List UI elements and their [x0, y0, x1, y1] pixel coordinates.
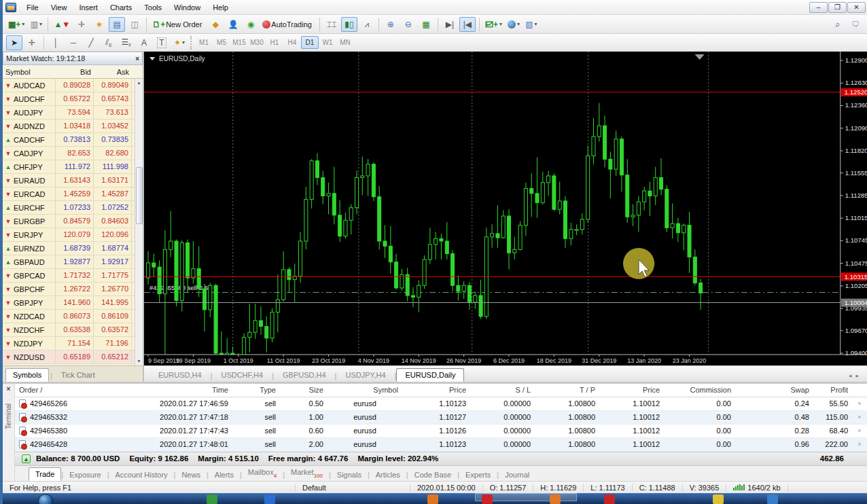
- timeframe-h4[interactable]: H4: [283, 36, 301, 49]
- arrows-tool[interactable]: ✦▾: [171, 35, 188, 50]
- market-watch-row[interactable]: ▲GBPAUD1.928771.92917: [3, 255, 143, 269]
- chart-tab-usdjpy-h4[interactable]: USDJPY,H4: [336, 368, 394, 382]
- taskbar-app-icon[interactable]: [713, 494, 724, 504]
- terminal-tab-news[interactable]: News: [175, 469, 207, 481]
- timeframe-m1[interactable]: M1: [195, 36, 213, 49]
- taskbar-app-icon[interactable]: [604, 494, 615, 504]
- chart-window[interactable]: #429465380 sell 0.601.129001.126301.1236…: [144, 52, 867, 365]
- scroll-down-icon[interactable]: ▼: [137, 357, 141, 365]
- menu-window[interactable]: Window: [168, 1, 207, 14]
- restore-button[interactable]: ❐: [828, 2, 847, 13]
- orders-col-tp[interactable]: T / P: [535, 386, 599, 394]
- crosshair-tool[interactable]: ✛: [24, 35, 40, 50]
- menu-help[interactable]: Help: [207, 1, 234, 14]
- market-watch-row[interactable]: ▲CADCHF0.738130.73835: [3, 133, 143, 147]
- trendline-tool[interactable]: ╱: [83, 35, 99, 50]
- taskbar-app-icon[interactable]: [482, 494, 493, 504]
- channel-tool[interactable]: ⫽E: [101, 35, 117, 50]
- chart-tab-eurusd-h4[interactable]: EURUSD,H4: [149, 368, 211, 382]
- terminal-tab-exposure[interactable]: Exposure: [63, 469, 107, 481]
- chart-tab-gbpusd-h4[interactable]: GBPUSD,H4: [274, 368, 335, 382]
- timeframe-d1[interactable]: D1: [301, 36, 319, 49]
- market-watch-row[interactable]: ▼AUDNZD1.034181.03452: [3, 120, 143, 133]
- order-row[interactable]: 4294654282020.01.27 17:48:01sell2.00euru…: [15, 438, 867, 452]
- market-watch-row[interactable]: ▼GBPJPY141.960141.995: [3, 296, 143, 310]
- menu-file[interactable]: File: [20, 1, 45, 14]
- tile-windows-button[interactable]: ▦: [418, 17, 434, 32]
- terminal-tab-market[interactable]: Market100: [285, 466, 329, 481]
- periods-button[interactable]: ▾: [506, 17, 522, 32]
- market-watch-row[interactable]: ▼EURCAD1.452591.45287: [3, 187, 143, 201]
- terminal-tab-articles[interactable]: Articles: [370, 469, 406, 481]
- timeframe-mn[interactable]: MN: [336, 36, 354, 49]
- menu-charts[interactable]: Charts: [104, 1, 138, 14]
- terminal-close-icon[interactable]: ×: [7, 384, 11, 394]
- taskbar-app-icon[interactable]: [427, 494, 438, 504]
- market-watch-row[interactable]: ▼AUDCHF0.657220.65743: [3, 92, 143, 106]
- chart-shift-button[interactable]: |◀: [459, 17, 476, 32]
- order-row[interactable]: 4294652662020.01.27 17:46:59sell0.50euru…: [15, 397, 867, 411]
- market-watch-close-icon[interactable]: ×: [135, 55, 139, 62]
- scroll-to-end-button[interactable]: ▶|: [442, 17, 458, 32]
- market-watch-row[interactable]: ▼GBPCHF1.267221.26770: [3, 283, 143, 296]
- market-watch-scrollbar[interactable]: ▲ ▼: [135, 79, 143, 365]
- autotrading-button[interactable]: AutoTrading: [260, 17, 316, 32]
- orders-col-profit[interactable]: Profit: [813, 386, 852, 394]
- navigator-button[interactable]: ★: [91, 17, 107, 32]
- data-window-button[interactable]: ✛: [73, 17, 90, 32]
- timeframe-m5[interactable]: M5: [213, 36, 230, 49]
- col-ask[interactable]: Ask: [94, 68, 132, 76]
- orders-col-type[interactable]: Type: [232, 386, 280, 394]
- taskbar-app-icon[interactable]: [264, 494, 275, 504]
- orders-col-price[interactable]: Price: [599, 386, 664, 394]
- market-watch-row[interactable]: ▼NZDUSD0.651890.65212: [3, 350, 143, 364]
- timeframe-w1[interactable]: W1: [319, 36, 336, 49]
- market-watch-row[interactable]: ▲EURCHF1.072331.07252: [3, 201, 143, 215]
- col-bid[interactable]: Bid: [56, 68, 94, 76]
- search-button[interactable]: ⌕: [830, 17, 846, 32]
- orders-col-size[interactable]: Size: [280, 386, 328, 394]
- market-watch-row[interactable]: ▲EURNZD1.687391.68774: [3, 242, 143, 255]
- terminal-toggle[interactable]: ▤: [109, 17, 125, 32]
- new-order-button[interactable]: 🗋+ New Order: [150, 17, 206, 32]
- menu-tools[interactable]: Tools: [138, 1, 168, 14]
- fibonacci-tool[interactable]: ☰F: [118, 35, 135, 50]
- indicators-button[interactable]: 🗠+▾: [483, 17, 504, 32]
- terminal-tab-journal[interactable]: Journal: [499, 469, 535, 481]
- chart-tab-eurusd-daily[interactable]: EURUSD,Daily: [396, 368, 464, 382]
- col-symbol[interactable]: Symbol: [3, 68, 56, 76]
- line-chart-button[interactable]: ⩘: [359, 17, 375, 32]
- start-orb-icon[interactable]: [38, 494, 53, 504]
- terminal-tab-mailbox[interactable]: Mailbox4: [242, 466, 283, 481]
- market-watch-row[interactable]: ▲CHFJPY111.972111.998: [3, 160, 143, 174]
- orders-col-sl[interactable]: S / L: [470, 386, 535, 394]
- horizontal-line-tool[interactable]: ─: [65, 35, 82, 50]
- zoom-out-button[interactable]: ⊖: [400, 17, 417, 32]
- market-watch-row[interactable]: ▼AUDCAD0.890280.89049: [3, 79, 143, 92]
- market-watch-toggle[interactable]: ▲▼: [52, 17, 72, 32]
- order-close-icon[interactable]: ×: [852, 427, 867, 434]
- orders-col-order[interactable]: Order /: [15, 386, 117, 394]
- timeframe-m30[interactable]: M30: [248, 36, 266, 49]
- timeframe-m15[interactable]: M15: [230, 36, 248, 49]
- close-button[interactable]: ✕: [847, 2, 866, 13]
- minimize-button[interactable]: –: [809, 2, 828, 13]
- community-button[interactable]: 👤: [225, 17, 241, 32]
- market-watch-tab-symbols[interactable]: Symbols: [5, 368, 49, 382]
- orders-col-price[interactable]: Price: [402, 386, 470, 394]
- terminal-tab-account-history[interactable]: Account History: [109, 469, 174, 481]
- profiles-button[interactable]: ▥▾: [28, 17, 44, 32]
- taskbar-app-icon[interactable]: [767, 494, 778, 504]
- terminal-tab-code-base[interactable]: Code Base: [408, 469, 457, 481]
- menu-insert[interactable]: Insert: [73, 1, 104, 14]
- menu-view[interactable]: View: [45, 1, 73, 14]
- market-watch-row[interactable]: ▼CADJPY82.65382.680: [3, 147, 143, 160]
- order-close-icon[interactable]: ×: [852, 441, 867, 448]
- orders-col-commission[interactable]: Commission: [664, 386, 735, 394]
- strategy-tester-button[interactable]: ◫: [126, 17, 143, 32]
- market-watch-row[interactable]: ▼NZDJPY71.15471.196: [3, 337, 143, 350]
- market-watch-row[interactable]: ▼AUDJPY73.59473.613: [3, 106, 143, 120]
- taskbar-app-icon[interactable]: [550, 494, 561, 504]
- orders-col-time[interactable]: Time: [117, 386, 232, 394]
- cursor-tool[interactable]: ➤: [6, 35, 22, 50]
